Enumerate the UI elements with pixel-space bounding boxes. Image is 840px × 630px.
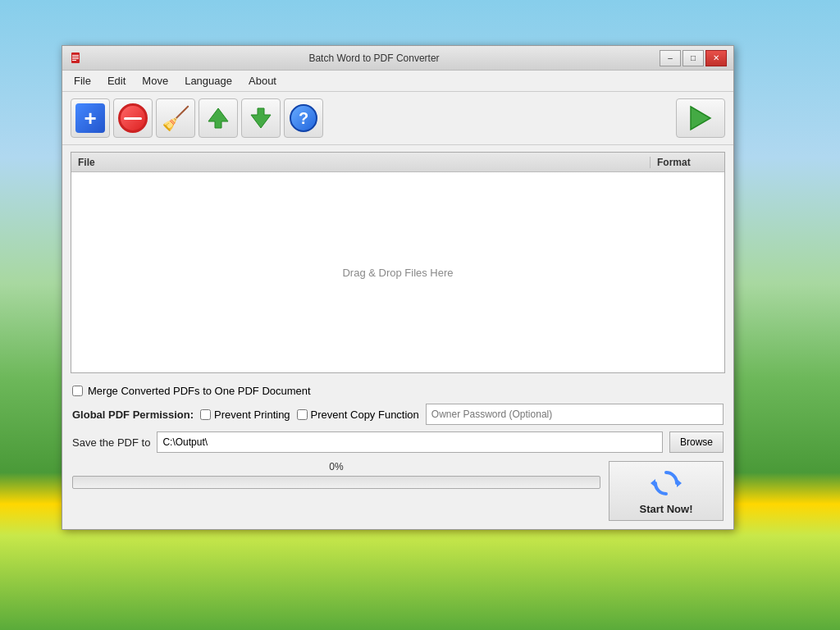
svg-marker-5: [208, 108, 228, 128]
restore-button[interactable]: □: [682, 50, 704, 66]
svg-rect-2: [72, 57, 79, 57]
save-row: Save the PDF to Browse: [72, 431, 724, 453]
move-down-button[interactable]: [241, 98, 281, 138]
progress-bar: [72, 476, 600, 489]
start-now-button[interactable]: Start Now!: [609, 461, 724, 521]
permission-row: Global PDF Permission: Prevent Printing …: [72, 404, 724, 425]
menu-file[interactable]: File: [67, 72, 98, 89]
merge-row: Merge Converted PDFs to One PDF Document: [72, 385, 724, 397]
menu-language[interactable]: Language: [178, 72, 239, 89]
browse-button[interactable]: Browse: [669, 431, 724, 453]
right-arrow-icon: [684, 102, 717, 135]
progress-section: 0%: [72, 461, 600, 521]
menu-about[interactable]: About: [242, 72, 283, 89]
svg-rect-1: [72, 55, 79, 56]
window-controls: – □ ✕: [660, 50, 727, 66]
file-list-container: File Format Drag & Drop Files Here: [71, 152, 725, 373]
broom-icon: 🧹: [162, 105, 190, 132]
menu-bar: File Edit Move Language About: [62, 71, 733, 92]
drop-zone-label: Drag & Drop Files Here: [342, 267, 453, 279]
column-file: File: [71, 157, 651, 168]
start-now-label: Start Now!: [640, 503, 693, 515]
down-arrow-icon: [248, 105, 274, 131]
menu-move[interactable]: Move: [135, 72, 175, 89]
svg-rect-4: [72, 60, 76, 61]
prevent-printing-checkbox[interactable]: [200, 409, 211, 420]
column-format: Format: [651, 157, 724, 168]
svg-marker-6: [251, 108, 271, 128]
save-label: Save the PDF to: [72, 436, 150, 449]
title-bar: Batch Word to PDF Converter – □ ✕: [62, 46, 733, 71]
merge-checkbox[interactable]: [72, 386, 83, 396]
prevent-printing-label[interactable]: Prevent Printing: [214, 409, 290, 421]
permission-label: Global PDF Permission:: [72, 409, 194, 421]
svg-rect-3: [72, 58, 79, 59]
svg-rect-0: [71, 52, 80, 63]
file-list-header: File Format: [71, 153, 724, 172]
svg-marker-7: [691, 107, 710, 130]
add-icon: +: [75, 103, 105, 133]
prevent-copy-checkbox[interactable]: [297, 409, 308, 420]
start-button-toolbar[interactable]: [676, 98, 725, 138]
bottom-row: 0% Start Now!: [62, 461, 733, 529]
password-input[interactable]: [426, 404, 724, 425]
prevent-copy-label[interactable]: Prevent Copy Function: [311, 409, 419, 421]
clear-button[interactable]: 🧹: [156, 98, 195, 138]
application-window: Batch Word to PDF Converter – □ ✕ File E…: [62, 45, 734, 530]
close-button[interactable]: ✕: [705, 50, 727, 66]
merge-label[interactable]: Merge Converted PDFs to One PDF Document: [88, 385, 311, 397]
options-area: Merge Converted PDFs to One PDF Document…: [62, 380, 733, 461]
remove-icon: [118, 103, 148, 133]
save-path-input[interactable]: [157, 431, 663, 453]
up-arrow-icon: [205, 105, 231, 131]
add-files-button[interactable]: +: [71, 98, 110, 138]
app-icon: [69, 52, 82, 65]
menu-edit[interactable]: Edit: [101, 72, 132, 89]
refresh-icon: [650, 467, 682, 500]
help-icon: ?: [290, 104, 317, 132]
file-list-body[interactable]: Drag & Drop Files Here: [71, 172, 724, 372]
help-button[interactable]: ?: [284, 98, 323, 138]
minimize-button[interactable]: –: [660, 50, 681, 66]
move-up-button[interactable]: [199, 98, 238, 138]
svg-marker-9: [651, 479, 655, 487]
toolbar: + 🧹 ?: [62, 92, 733, 145]
prevent-printing-group: Prevent Printing: [200, 409, 290, 421]
prevent-copy-group: Prevent Copy Function: [297, 409, 419, 421]
remove-button[interactable]: [113, 98, 153, 138]
window-title: Batch Word to PDF Converter: [89, 52, 660, 64]
svg-marker-8: [677, 479, 682, 487]
progress-percent: 0%: [72, 461, 600, 472]
